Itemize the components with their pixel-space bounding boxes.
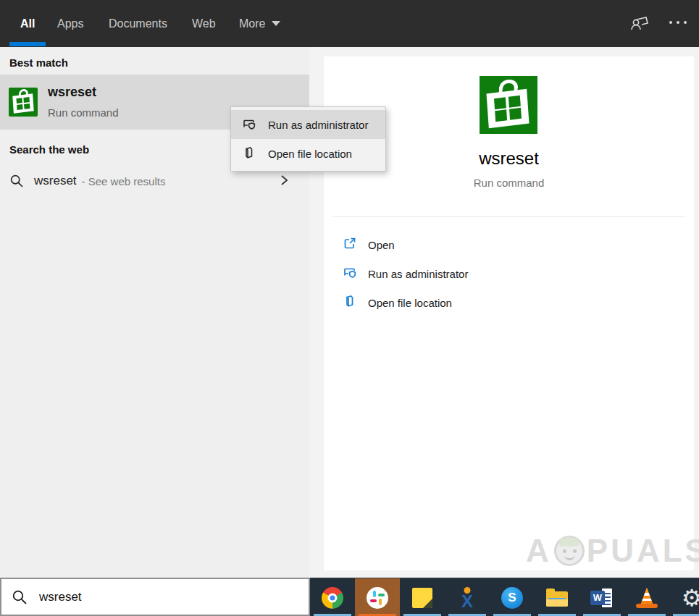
account-icon[interactable] [629, 12, 650, 34]
taskbar-search-box[interactable] [0, 578, 310, 616]
best-match-subtitle: Run command [48, 106, 119, 119]
tab-more-label: More [239, 17, 265, 30]
active-tab-underline [9, 42, 46, 46]
more-options-icon[interactable] [669, 21, 687, 24]
best-match-title: wsreset [48, 85, 96, 100]
open-file-location-icon [242, 145, 256, 162]
chevron-down-icon [272, 21, 280, 26]
search-input[interactable] [39, 590, 278, 604]
taskbar: X S W ⚙ [310, 578, 699, 616]
open-action-label: Open [368, 239, 395, 251]
run-as-admin-icon [242, 117, 256, 133]
x-app-icon: X [458, 587, 477, 609]
tab-documents-label: Documents [109, 17, 167, 30]
search-topbar: All Apps Documents Web More [0, 0, 699, 47]
watermark-letters-puals: PUALS [587, 533, 699, 569]
tab-web[interactable]: Web [192, 0, 216, 47]
taskbar-vlc-button[interactable] [624, 578, 669, 616]
windows-search-flyout: All Apps Documents Web More Best match [0, 0, 699, 616]
taskbar-skype-button[interactable]: S [490, 578, 535, 616]
context-menu-open-file-location-label: Open file location [268, 148, 352, 160]
open-icon [343, 236, 357, 253]
divider [332, 216, 685, 217]
skype-icon: S [501, 587, 523, 609]
microsoft-store-icon [9, 88, 38, 117]
tab-apps[interactable]: Apps [57, 0, 83, 47]
appuals-mascot-icon [554, 536, 585, 566]
taskbar-chrome-button[interactable] [310, 578, 355, 616]
context-menu: Run as administrator Open file location [230, 106, 386, 172]
context-menu-run-as-administrator[interactable]: Run as administrator [231, 110, 385, 139]
context-menu-open-file-location[interactable]: Open file location [231, 139, 385, 168]
taskbar-sticky-notes-button[interactable] [400, 578, 445, 616]
watermark-letter-a: A [526, 533, 552, 569]
file-explorer-icon [546, 589, 568, 607]
gear-icon: ⚙ [682, 586, 699, 609]
chevron-right-icon[interactable] [278, 174, 290, 190]
search-icon [9, 174, 24, 191]
web-result-query: wsreset [34, 174, 77, 188]
tab-apps-label: Apps [57, 17, 83, 30]
taskbar-file-explorer-button[interactable] [535, 578, 579, 616]
taskbar-slack-button[interactable] [355, 578, 400, 616]
web-result-text: wsreset - See web results [34, 167, 165, 195]
slack-icon [367, 587, 388, 609]
open-action[interactable]: Open [324, 230, 694, 259]
run-as-administrator-label: Run as administrator [368, 268, 468, 280]
vlc-icon [636, 588, 658, 608]
search-icon [12, 589, 28, 605]
taskbar-word-button[interactable]: W [579, 578, 624, 616]
open-file-location-icon [343, 294, 357, 311]
word-icon: W [590, 588, 614, 608]
tab-documents[interactable]: Documents [109, 0, 167, 47]
tab-all[interactable]: All [20, 0, 35, 47]
run-as-administrator-action[interactable]: Run as administrator [324, 259, 694, 288]
open-file-location-action[interactable]: Open file location [324, 288, 694, 317]
chrome-icon [322, 587, 343, 609]
open-file-location-label: Open file location [368, 297, 452, 309]
search-the-web-heading: Search the web [9, 143, 89, 156]
web-result-suffix: - See web results [82, 175, 166, 187]
microsoft-store-icon [480, 76, 537, 134]
run-as-admin-icon [343, 265, 357, 282]
tab-web-label: Web [192, 17, 216, 30]
taskbar-x-app-button[interactable]: X [445, 578, 490, 616]
sticky-notes-icon [412, 588, 432, 608]
tab-more[interactable]: More [239, 0, 280, 47]
tab-all-label: All [20, 17, 35, 30]
taskbar-settings-button[interactable]: ⚙ [669, 578, 699, 616]
preview-subtitle: Run command [324, 177, 694, 189]
context-menu-run-as-administrator-label: Run as administrator [268, 119, 368, 131]
appuals-watermark: A PUALS [526, 533, 699, 569]
best-match-heading: Best match [9, 56, 68, 69]
